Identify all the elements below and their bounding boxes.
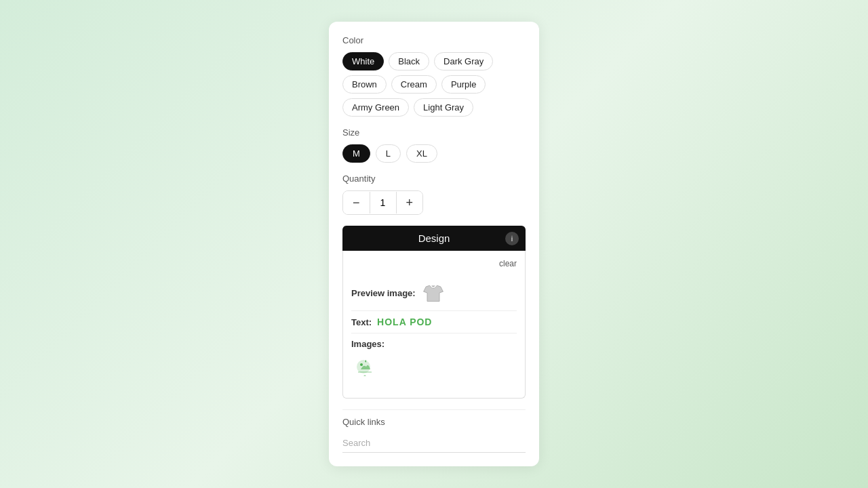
design-header: Design i [342,226,526,251]
size-section: Size M L XL [342,127,526,163]
color-section: Color White Black Dark Gray Brown Cream … [342,35,526,117]
svg-point-1 [360,363,363,366]
size-label: Size [342,127,526,138]
quantity-minus[interactable]: − [343,191,370,214]
color-white[interactable]: White [342,52,384,70]
color-black[interactable]: Black [389,52,429,70]
text-value: HOLA POD [377,317,432,327]
clear-button[interactable]: clear [351,259,517,268]
color-cream[interactable]: Cream [391,75,437,94]
preview-image-row: Preview image: [351,275,517,311]
quantity-control: − 1 + [342,190,423,215]
images-label: Images: [351,339,517,349]
design-section: Design i clear Preview image: Text: HOLA… [342,226,526,399]
quantity-label: Quantity [342,174,526,184]
design-body: clear Preview image: Text: HOLA POD Imag… [342,251,526,399]
color-options: White Black Dark Gray Brown Cream Purple… [342,52,526,117]
design-title: Design [418,232,450,244]
search-input[interactable] [342,434,526,453]
color-brown[interactable]: Brown [342,75,387,94]
color-light-gray[interactable]: Light Gray [414,98,473,117]
color-army-green[interactable]: Army Green [342,98,409,117]
color-label: Color [342,35,526,45]
size-xl[interactable]: XL [406,144,437,163]
color-purple[interactable]: Purple [441,75,486,94]
quantity-value: 1 [370,192,397,214]
text-row: Text: HOLA POD [351,311,517,333]
size-options: M L XL [342,144,526,163]
info-icon[interactable]: i [505,232,519,245]
product-card: Color White Black Dark Gray Brown Cream … [329,22,539,466]
color-dark-gray[interactable]: Dark Gray [434,52,493,70]
quantity-plus[interactable]: + [397,191,423,214]
shirt-preview-icon [421,281,446,305]
quantity-section: Quantity − 1 + [342,174,526,215]
preview-image-label: Preview image: [351,288,416,298]
images-section: Images: [351,333,517,390]
image-thumbnail [351,354,378,382]
size-m[interactable]: M [342,144,370,163]
text-label: Text: [351,317,372,327]
quick-links-label: Quick links [342,417,526,427]
size-l[interactable]: L [376,144,401,163]
quick-links-section: Quick links [342,409,526,453]
